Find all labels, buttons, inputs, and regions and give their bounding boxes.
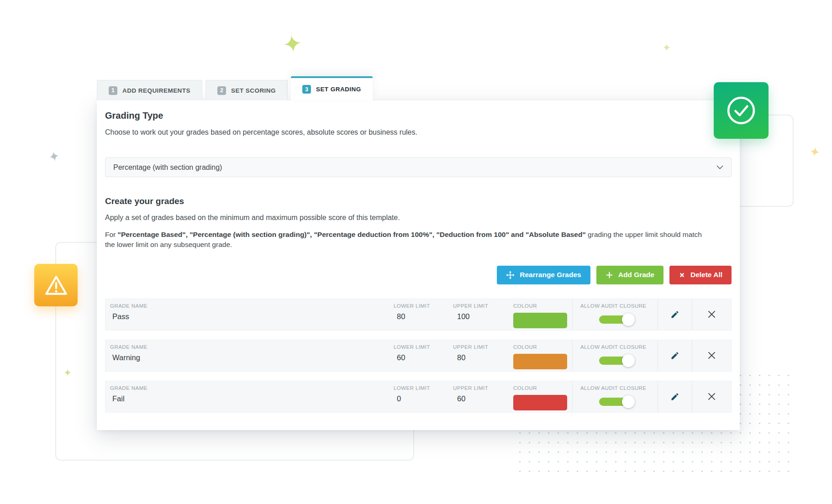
remove-grade-button[interactable]: [692, 299, 731, 330]
edit-grade-button[interactable]: [658, 299, 692, 330]
upper-limit-cell: UPPER LIMIT 60: [453, 381, 513, 412]
remove-x-icon: [708, 310, 716, 318]
tab-number-badge: 3: [302, 85, 311, 94]
rearrange-grades-label: Rearrange Grades: [520, 271, 581, 279]
colour-header: COLOUR: [513, 303, 572, 309]
tab-number-badge: 2: [217, 86, 226, 95]
allow-audit-closure-header: ALLOW AUDIT CLOSURE: [580, 385, 658, 391]
grade-name-cell: GRADE NAME Warning: [105, 340, 394, 371]
grade-name-value: Fail: [110, 394, 394, 403]
toggle-knob: [622, 354, 635, 367]
grading-type-select[interactable]: Percentage (with section grading): [105, 158, 732, 177]
grade-name-cell: GRADE NAME Fail: [105, 381, 394, 412]
warning-triangle-icon: [44, 274, 68, 297]
grading-wizard-card: 1 ADD REQUIREMENTS 2 SET SCORING 3 SET G…: [97, 76, 740, 430]
move-icon: [506, 271, 515, 279]
delete-all-button[interactable]: Delete All: [669, 266, 732, 284]
grades-toolbar: Rearrange Grades Add Grade Delete All: [105, 266, 732, 284]
x-icon: [679, 272, 685, 278]
remove-grade-button[interactable]: [692, 340, 731, 371]
colour-cell: COLOUR: [513, 381, 573, 412]
allow-audit-closure-header: ALLOW AUDIT CLOSURE: [580, 344, 658, 350]
grading-note: For "Percentage Based", "Percentage (wit…: [105, 230, 712, 250]
tab-label: ADD REQUIREMENTS: [122, 87, 190, 94]
sparkle-icon: [64, 369, 71, 376]
sparkle-icon: [809, 146, 820, 157]
colour-cell: COLOUR: [513, 299, 573, 330]
add-grade-button[interactable]: Add Grade: [596, 266, 663, 284]
tab-label: SET GRADING: [316, 86, 361, 93]
delete-all-label: Delete All: [690, 271, 722, 279]
grade-name-header: GRADE NAME: [110, 344, 394, 350]
add-grade-label: Add Grade: [618, 271, 654, 279]
allow-audit-closure-toggle[interactable]: [599, 357, 633, 365]
colour-swatch[interactable]: [513, 313, 567, 328]
grade-name-value: Warning: [110, 353, 394, 362]
allow-audit-closure-cell: ALLOW AUDIT CLOSURE: [573, 340, 658, 371]
colour-header: COLOUR: [513, 385, 572, 391]
grade-row: GRADE NAME Fail LOWER LIMIT 0 UPPER LIMI…: [105, 381, 732, 413]
colour-cell: COLOUR: [513, 340, 573, 371]
grading-type-description: Choose to work out your grades based on …: [105, 128, 732, 136]
grades-list: GRADE NAME Pass LOWER LIMIT 80 UPPER LIM…: [105, 299, 732, 413]
tab-set-scoring[interactable]: 2 SET SCORING: [205, 80, 288, 100]
tab-number-badge: 1: [109, 86, 117, 95]
plus-icon: [606, 271, 613, 279]
create-grades-title: Create your grades: [105, 196, 732, 206]
upper-limit-header: UPPER LIMIT: [453, 344, 513, 350]
lower-limit-header: LOWER LIMIT: [394, 344, 453, 350]
grading-type-selected-value: Percentage (with section grading): [113, 163, 222, 172]
allow-audit-closure-cell: ALLOW AUDIT CLOSURE: [573, 381, 658, 412]
tab-set-grading[interactable]: 3 SET GRADING: [291, 76, 373, 100]
upper-limit-value: 60: [453, 394, 513, 403]
edit-pencil-icon: [670, 392, 679, 401]
success-badge: [714, 82, 769, 139]
remove-x-icon: [708, 393, 716, 400]
sparkle-icon: [283, 34, 302, 53]
sparkle-icon: [663, 44, 670, 51]
remove-grade-button[interactable]: [692, 381, 731, 412]
lower-limit-cell: LOWER LIMIT 60: [394, 340, 453, 371]
upper-limit-cell: UPPER LIMIT 80: [453, 340, 513, 371]
lower-limit-value: 80: [394, 312, 453, 321]
upper-limit-value: 80: [453, 353, 513, 362]
upper-limit-value: 100: [453, 312, 513, 321]
colour-swatch[interactable]: [513, 395, 567, 410]
colour-header: COLOUR: [513, 344, 572, 350]
allow-audit-closure-toggle[interactable]: [599, 315, 633, 324]
chevron-down-icon: [716, 165, 723, 169]
lower-limit-value: 60: [394, 353, 453, 362]
grading-type-title: Grading Type: [105, 110, 732, 121]
lower-limit-header: LOWER LIMIT: [394, 385, 453, 391]
tab-label: SET SCORING: [231, 87, 276, 94]
allow-audit-closure-header: ALLOW AUDIT CLOSURE: [580, 303, 658, 309]
edit-grade-button[interactable]: [658, 381, 692, 412]
grade-name-header: GRADE NAME: [110, 385, 394, 391]
allow-audit-closure-cell: ALLOW AUDIT CLOSURE: [573, 299, 658, 330]
toggle-knob: [622, 313, 635, 326]
tab-add-requirements[interactable]: 1 ADD REQUIREMENTS: [97, 80, 202, 100]
allow-audit-closure-toggle[interactable]: [599, 398, 633, 406]
rearrange-grades-button[interactable]: Rearrange Grades: [497, 266, 590, 284]
edit-pencil-icon: [670, 310, 679, 319]
wizard-tabs: 1 ADD REQUIREMENTS 2 SET SCORING 3 SET G…: [97, 76, 740, 100]
warning-badge: [34, 264, 78, 306]
grade-row: GRADE NAME Pass LOWER LIMIT 80 UPPER LIM…: [105, 299, 732, 331]
remove-x-icon: [708, 352, 716, 359]
upper-limit-header: UPPER LIMIT: [453, 303, 513, 309]
toggle-knob: [622, 395, 635, 408]
grade-name-header: GRADE NAME: [110, 303, 394, 309]
lower-limit-value: 0: [394, 394, 453, 403]
page: 1 ADD REQUIREMENTS 2 SET SCORING 3 SET G…: [0, 0, 832, 504]
grade-name-value: Pass: [110, 312, 394, 321]
lower-limit-cell: LOWER LIMIT 0: [394, 381, 453, 412]
edit-grade-button[interactable]: [658, 340, 692, 371]
tab-panel-set-grading: Grading Type Choose to work out your gra…: [97, 100, 740, 430]
check-circle-icon: [726, 95, 756, 126]
grade-row: GRADE NAME Warning LOWER LIMIT 60 UPPER …: [105, 340, 732, 372]
upper-limit-cell: UPPER LIMIT 100: [453, 299, 513, 330]
sparkle-icon: [48, 151, 60, 162]
upper-limit-header: UPPER LIMIT: [453, 385, 513, 391]
colour-swatch[interactable]: [513, 354, 567, 369]
lower-limit-header: LOWER LIMIT: [394, 303, 453, 309]
